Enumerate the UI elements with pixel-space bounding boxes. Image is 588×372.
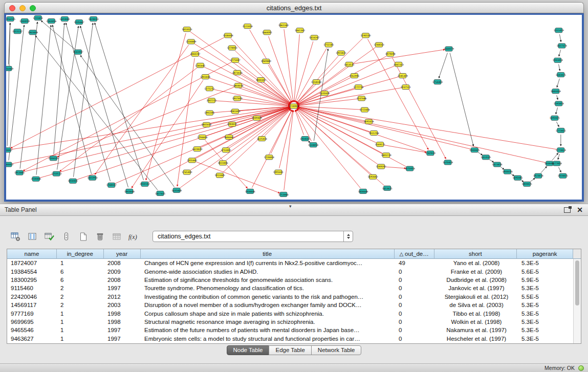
graph-edge[interactable] bbox=[132, 80, 203, 188]
graph-node[interactable]: 1768437 bbox=[106, 183, 117, 187]
graph-node[interactable]: 1785441 bbox=[195, 63, 205, 68]
table-cell[interactable]: Hescheler et al. (1997) bbox=[435, 336, 518, 342]
graph-node[interactable]: 1653525 bbox=[344, 62, 354, 67]
table-cell[interactable]: 1998 bbox=[104, 319, 141, 325]
graph-node[interactable]: 1748503 bbox=[374, 42, 384, 47]
table-cell[interactable]: 2 bbox=[57, 302, 104, 308]
graph-node[interactable]: 1320426 bbox=[319, 91, 330, 96]
graph-node[interactable]: 1534454 bbox=[308, 143, 318, 147]
graph-edge[interactable] bbox=[41, 20, 75, 49]
graph-node[interactable]: 1823406 bbox=[217, 161, 228, 165]
graph-edge[interactable] bbox=[297, 56, 387, 104]
column-header-in_degree[interactable]: in_degree bbox=[57, 249, 104, 259]
graph-node[interactable]: 1843434 bbox=[551, 89, 561, 94]
table-cell[interactable]: 2012 bbox=[104, 294, 141, 300]
table-cell[interactable]: 18724007 bbox=[7, 260, 57, 266]
graph-edge[interactable] bbox=[146, 33, 186, 180]
graph-node[interactable]: 1873420 bbox=[232, 70, 243, 75]
graph-node[interactable]: 1751545 bbox=[323, 42, 334, 47]
graph-node[interactable]: 1805430 bbox=[201, 122, 211, 127]
graph-node[interactable]: 2087333 bbox=[394, 62, 404, 67]
graph-node[interactable]: 1693441 bbox=[513, 176, 523, 180]
table-cell[interactable]: 5.3E-5 bbox=[518, 336, 574, 342]
new-document-button[interactable] bbox=[76, 230, 90, 243]
table-cell[interactable]: 1997 bbox=[104, 327, 141, 333]
graph-edge[interactable] bbox=[23, 62, 231, 170]
graph-node[interactable]: 1828433 bbox=[89, 17, 99, 21]
tab-network-table[interactable]: Network Table bbox=[311, 345, 362, 355]
table-cell[interactable]: 0 bbox=[395, 302, 435, 308]
column-button[interactable] bbox=[59, 230, 73, 243]
graph-node[interactable]: 1244403 bbox=[6, 162, 13, 167]
graph-node[interactable]: 1691624 bbox=[363, 119, 374, 124]
graph-edge[interactable] bbox=[235, 51, 291, 103]
graph-node[interactable]: 1624420 bbox=[192, 147, 202, 151]
graph-node[interactable]: 1043059 bbox=[19, 19, 30, 24]
graph-edge[interactable] bbox=[500, 167, 504, 169]
graph-node[interactable]: 1595854 bbox=[554, 101, 564, 106]
table-row[interactable]: 2242004622012Investigating the contribut… bbox=[7, 293, 581, 301]
table-cell[interactable]: 2 bbox=[57, 285, 104, 291]
table-cell[interactable]: Tibbo et al. (1998) bbox=[435, 311, 518, 317]
splitter-handle-icon[interactable]: ▾ bbox=[289, 204, 292, 209]
table-cell[interactable]: 6 bbox=[57, 269, 104, 275]
table-cell[interactable]: 19384554 bbox=[7, 269, 57, 275]
graph-node[interactable]: 1953445 bbox=[14, 170, 25, 175]
table-cell[interactable]: Corpus callosum shape and size in male p… bbox=[141, 311, 395, 317]
graph-node[interactable]: 1956595 bbox=[6, 17, 15, 21]
graph-node[interactable]: 1979498 bbox=[385, 52, 396, 56]
table-row[interactable]: 977716911998Corpus callosum shape and si… bbox=[7, 309, 581, 317]
graph-node[interactable]: 1653425 bbox=[382, 186, 393, 190]
graph-edge[interactable] bbox=[558, 167, 561, 172]
graph-node[interactable]: 1549392 bbox=[376, 164, 386, 169]
combo-stepper-icon[interactable] bbox=[343, 231, 353, 242]
graph-node[interactable]: 2081409 bbox=[230, 109, 241, 114]
graph-edge[interactable] bbox=[57, 26, 79, 170]
graph-node[interactable]: 1895729 bbox=[381, 153, 391, 158]
table-cell[interactable]: Genome-wide association studies in ADHD. bbox=[141, 269, 395, 275]
table-row[interactable]: 1456911722003Disruption of a novel membe… bbox=[7, 301, 581, 309]
graph-node[interactable]: 1504889 bbox=[186, 39, 196, 44]
graph-node[interactable]: 1601950 bbox=[88, 176, 98, 180]
table-cell[interactable]: 5.3E-5 bbox=[518, 319, 574, 325]
graph-edge[interactable] bbox=[530, 178, 535, 182]
graph-node[interactable]: 1853023 bbox=[182, 27, 192, 32]
graph-node[interactable]: 1551459 bbox=[554, 28, 564, 33]
window-titlebar[interactable]: citations_edges.txt bbox=[4, 2, 584, 13]
table-cell[interactable]: 9777169 bbox=[7, 311, 57, 317]
graph-node[interactable]: 1753402 bbox=[221, 148, 231, 152]
table-mode-button[interactable] bbox=[8, 230, 23, 243]
table-cell[interactable]: 1997 bbox=[104, 336, 141, 342]
graph-edge[interactable] bbox=[7, 23, 10, 146]
graph-edge[interactable] bbox=[196, 162, 280, 193]
table-cell[interactable]: 2008 bbox=[104, 277, 141, 283]
graph-node[interactable]: 1664091 bbox=[262, 30, 272, 35]
graph-node[interactable]: 2450142 bbox=[140, 182, 150, 186]
graph-node[interactable]: 1935667 bbox=[74, 20, 84, 25]
graph-node[interactable]: 1800302 bbox=[256, 78, 266, 82]
graph-node[interactable]: 1995441 bbox=[273, 170, 284, 174]
table-cell[interactable]: Estimation of the future numbers of pati… bbox=[141, 327, 395, 333]
graph-edge[interactable] bbox=[478, 152, 483, 155]
graph-node[interactable]: 1653535 bbox=[481, 155, 491, 160]
table-cell[interactable]: Franke et al. (2009) bbox=[435, 269, 518, 275]
graph-edge[interactable] bbox=[199, 56, 290, 104]
graph-node[interactable]: 1937511 bbox=[401, 85, 411, 90]
graph-edge[interactable] bbox=[384, 145, 426, 152]
graph-edge[interactable] bbox=[353, 50, 445, 64]
graph-node[interactable]: 2034446 bbox=[31, 177, 41, 181]
column-header-pagerank[interactable]: pagerank bbox=[517, 249, 573, 259]
graph-edge[interactable] bbox=[12, 107, 290, 164]
graph-node[interactable]: 1765400 bbox=[182, 170, 192, 174]
graph-node[interactable]: 1694447 bbox=[224, 135, 234, 139]
table-cell[interactable]: 1997 bbox=[104, 285, 141, 291]
graph-node[interactable]: 1969880 bbox=[261, 59, 271, 63]
graph-edge[interactable] bbox=[213, 90, 290, 105]
graph-node[interactable]: 1616267 bbox=[309, 35, 319, 40]
table-cell[interactable]: 14569117 bbox=[7, 302, 57, 308]
float-panel-icon[interactable] bbox=[564, 207, 571, 213]
table-cell[interactable]: 18300295 bbox=[7, 277, 57, 283]
graph-node[interactable]: 1643425 bbox=[556, 72, 566, 77]
graph-node[interactable]: 1984415 bbox=[227, 122, 237, 126]
table-cell[interactable]: Dudbridge et al. (2008) bbox=[435, 277, 518, 283]
